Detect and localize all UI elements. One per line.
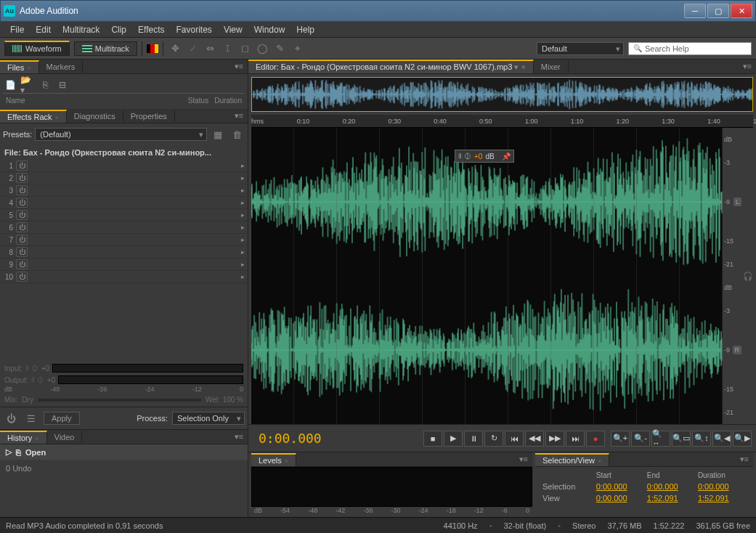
panel-menu-icon[interactable]: ▾≡ — [230, 432, 248, 442]
time-ruler[interactable]: hms0:100:200:300:400:501:001:101:201:301… — [251, 115, 753, 128]
power-icon[interactable]: ⏻ — [16, 173, 28, 183]
import-icon[interactable]: ⎘ — [38, 78, 52, 91]
zoom-in-v-icon[interactable]: 🔍↕ — [692, 431, 711, 447]
pin-icon[interactable]: 📌 — [502, 152, 511, 160]
col-duration[interactable]: Duration — [211, 95, 245, 106]
loop-button[interactable]: ↻ — [484, 431, 503, 447]
knob-icon[interactable]: ⏀ — [464, 152, 471, 160]
marquee-icon[interactable]: ◻ — [237, 41, 253, 57]
time-selection-icon[interactable]: 𝙸 — [220, 41, 236, 57]
panel-menu-icon[interactable]: ▾≡ — [739, 62, 756, 71]
headphone-icon[interactable]: 🎧 — [743, 272, 753, 281]
chevron-right-icon[interactable]: ▸ — [241, 174, 245, 182]
rewind-button[interactable]: ◀◀ — [525, 431, 544, 447]
panel-menu-icon[interactable]: ▾≡ — [736, 455, 753, 464]
tab-properties[interactable]: Properties — [123, 110, 175, 122]
chevron-right-icon[interactable]: ▸ — [241, 187, 245, 194]
chevron-right-icon[interactable]: ▸ — [241, 261, 245, 268]
tab-mixer[interactable]: Mixer — [534, 61, 569, 73]
save-preset-icon[interactable]: ▦ — [210, 126, 226, 142]
search-help-input[interactable]: Search Help — [628, 42, 752, 55]
menu-help[interactable]: Help — [290, 23, 320, 36]
effect-slot[interactable]: 10⏻▸ — [0, 271, 248, 283]
effect-slot[interactable]: 8⏻▸ — [0, 246, 248, 259]
mix-slider[interactable] — [38, 399, 201, 402]
presets-dropdown[interactable]: (Default) — [35, 128, 207, 141]
col-status[interactable]: Status — [185, 95, 211, 106]
skip-back-button[interactable]: ⏮ — [505, 431, 524, 447]
zoom-right-icon[interactable]: 🔍▶ — [733, 431, 752, 447]
menu-window[interactable]: Window — [248, 23, 291, 36]
effect-slot[interactable]: 4⏻▸ — [0, 197, 248, 209]
forward-button[interactable]: ▶▶ — [545, 431, 564, 447]
close-file-icon[interactable]: ⊟ — [55, 78, 70, 91]
close-button[interactable]: ✕ — [731, 4, 752, 18]
stop-button[interactable]: ■ — [423, 431, 442, 447]
brush-icon[interactable]: ✎ — [272, 41, 288, 57]
move-tool-icon[interactable]: ✥ — [168, 41, 184, 57]
history-item-open[interactable]: ▷ ⎘ Open — [0, 444, 248, 460]
effect-slot[interactable]: 5⏻▸ — [0, 209, 248, 221]
sel-start[interactable]: 0:00.000 — [595, 481, 646, 492]
power-icon[interactable]: ⏻ — [16, 247, 28, 257]
sel-dur[interactable]: 0:00.000 — [696, 481, 747, 492]
chevron-right-icon[interactable]: ▸ — [241, 273, 245, 280]
menu-view[interactable]: View — [218, 23, 248, 36]
view-end[interactable]: 1:52.091 — [646, 492, 696, 504]
sel-end[interactable]: 0:00.000 — [646, 481, 696, 492]
overview-waveform[interactable]: ⊙ — [251, 77, 753, 112]
delete-preset-icon[interactable]: 🗑 — [229, 126, 245, 142]
waveform-display[interactable]: ⫴ ⏀ +0 dB 📌 LdB-3-9-15-21 RdB-3-9-15-21 … — [251, 128, 753, 424]
chevron-right-icon[interactable]: ▸ — [241, 248, 245, 256]
tab-levels[interactable]: Levels× — [251, 453, 296, 466]
power-icon[interactable]: ⏻ — [16, 185, 28, 195]
lasso-icon[interactable]: ◯ — [255, 41, 271, 57]
power-icon[interactable]: ⏻ — [16, 235, 28, 245]
effect-slot[interactable]: 3⏻▸ — [0, 184, 248, 197]
menu-effects[interactable]: Effects — [132, 23, 170, 36]
timecode-display[interactable]: 0:00.000 — [253, 429, 328, 447]
power-icon[interactable]: ⏻ — [3, 410, 19, 426]
chevron-right-icon[interactable]: ▸ — [241, 199, 245, 206]
power-icon[interactable]: ⏻ — [16, 210, 28, 220]
power-icon[interactable]: ⏻ — [16, 222, 28, 232]
tab-editor[interactable]: Editor: Бах - Рондо (Оркестровая сюита N… — [248, 60, 534, 73]
tab-selection-view[interactable]: Selection/View× — [535, 453, 609, 466]
power-icon[interactable]: ⏻ — [16, 259, 28, 269]
apply-button[interactable]: Apply — [44, 412, 80, 425]
slip-tool-icon[interactable]: ⇔ — [203, 41, 219, 57]
maximize-button[interactable]: ▢ — [707, 4, 729, 18]
chevron-right-icon[interactable]: ▸ — [241, 162, 245, 169]
record-button[interactable]: ● — [586, 431, 605, 447]
list-icon[interactable]: ☰ — [23, 410, 39, 426]
menu-favorites[interactable]: Favorites — [171, 23, 218, 36]
col-name[interactable]: Name — [3, 95, 185, 106]
workspace-dropdown[interactable]: Default — [537, 42, 624, 55]
chevron-right-icon[interactable]: ▸ — [241, 211, 245, 219]
view-start[interactable]: 0:00.000 — [595, 492, 646, 504]
open-folder-icon[interactable]: 📂▾ — [20, 78, 35, 91]
open-file-icon[interactable]: 📄 — [3, 78, 17, 91]
power-icon[interactable]: ⏻ — [16, 160, 28, 171]
tab-markers[interactable]: Markers — [39, 61, 84, 73]
chevron-right-icon[interactable]: ▸ — [241, 236, 245, 243]
hud-overlay[interactable]: ⫴ ⏀ +0 dB 📌 — [455, 150, 514, 163]
zoom-left-icon[interactable]: 🔍◀ — [712, 431, 731, 447]
effect-slot[interactable]: 2⏻▸ — [0, 172, 248, 184]
panel-menu-icon[interactable]: ▾≡ — [230, 62, 248, 71]
tab-video[interactable]: Video — [47, 431, 83, 443]
zoom-sel-icon[interactable]: 🔍▭ — [672, 431, 691, 447]
tab-history[interactable]: History× — [0, 431, 47, 444]
power-icon[interactable]: ⏻ — [16, 272, 28, 282]
tab-effects-rack[interactable]: Effects Rack× — [0, 110, 67, 123]
effect-slot[interactable]: 1⏻▸ — [0, 160, 248, 172]
panel-menu-icon[interactable]: ▾≡ — [515, 455, 532, 464]
panel-menu-icon[interactable]: ▾≡ — [230, 111, 248, 121]
skip-fwd-button[interactable]: ⏭ — [566, 431, 585, 447]
effect-slot[interactable]: 7⏻▸ — [0, 234, 248, 246]
multitrack-button[interactable]: Multitrack — [74, 41, 137, 56]
effect-slot[interactable]: 9⏻▸ — [0, 259, 248, 271]
play-button[interactable]: ▶ — [444, 431, 463, 447]
chevron-right-icon[interactable]: ▸ — [241, 224, 245, 231]
minimize-button[interactable]: ─ — [684, 4, 706, 18]
